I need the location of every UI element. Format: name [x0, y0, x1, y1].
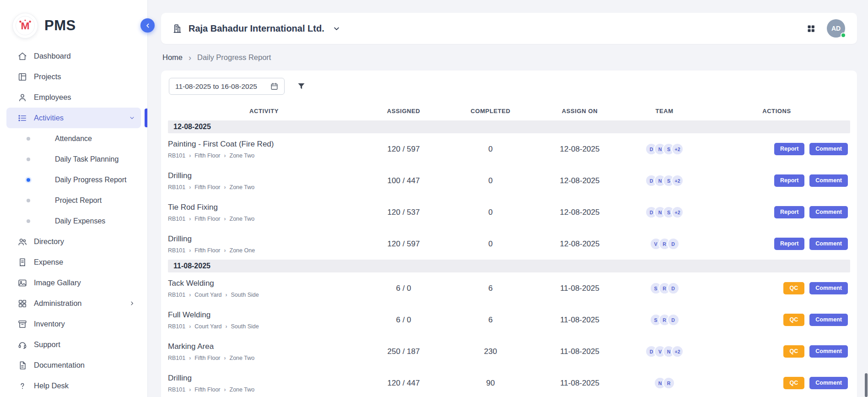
directory-icon [17, 237, 27, 247]
sidebar-item-administration[interactable]: Administration [6, 293, 141, 314]
expense-icon [17, 257, 27, 267]
breadcrumb-home[interactable]: Home [162, 53, 183, 62]
row-actions: QCComment [703, 377, 850, 389]
pms-logo-icon[interactable]: M [13, 13, 38, 38]
documentation-icon [17, 360, 27, 370]
projects-icon [17, 72, 27, 82]
sidebar-item-image-gallary[interactable]: Image Gallary [6, 272, 141, 293]
path-separator: › [189, 247, 191, 254]
chevron-left-icon [144, 22, 151, 29]
path-segment: Fifth Floor [194, 386, 220, 393]
comment-button[interactable]: Comment [809, 282, 848, 294]
apps-grid-icon[interactable] [806, 24, 816, 33]
sidebar-item-inventory[interactable]: Inventory [6, 314, 141, 334]
activity-location-path: RB101›Fifth Floor›Zone One [168, 247, 360, 254]
assigned-value: 100 / 447 [360, 176, 447, 185]
assign-on-date: 11-08-2025 [534, 347, 625, 356]
sidebar-subitem-daily-task-planning[interactable]: Daily Task Planning [0, 149, 147, 169]
sidebar-item-activities[interactable]: Activities [6, 108, 141, 128]
comment-button[interactable]: Comment [809, 206, 848, 218]
user-avatar[interactable]: AD [827, 19, 845, 38]
sidebar-collapse-button[interactable] [140, 18, 155, 33]
comment-button[interactable]: Comment [809, 345, 848, 358]
sidebar-item-help-desk[interactable]: Help Desk [6, 375, 141, 396]
team-avatars: DNS+2 [625, 174, 703, 187]
report-button[interactable]: Report [774, 238, 804, 250]
sidebar-subitem-project-report[interactable]: Project Report [0, 190, 147, 211]
date-group-header: 11-08-2025 [168, 260, 850, 272]
sidebar-subitem-attendance[interactable]: Attendance [0, 128, 147, 149]
gallery-icon [17, 278, 27, 288]
table-header-row: ACTIVITYASSIGNEDCOMPLETEDASSIGN ONTEAMAC… [168, 101, 850, 120]
sidebar-subitem-daily-expenses[interactable]: Daily Expenses [0, 211, 147, 231]
completed-value: 230 [447, 347, 534, 356]
team-more-badge: +2 [671, 206, 684, 218]
report-button[interactable]: Report [774, 143, 804, 155]
report-button[interactable]: Report [774, 206, 804, 218]
team-member-avatar: D [667, 314, 679, 326]
helpdesk-icon [17, 381, 27, 391]
filter-icon[interactable] [297, 82, 306, 91]
qc-button[interactable]: QC [783, 377, 805, 389]
assigned-value: 250 / 187 [360, 347, 447, 356]
group-date-label: 12-08-2025 [173, 123, 211, 131]
table-row: Tie Rod Fixing RB101›Fifth Floor›Zone Tw… [168, 196, 850, 228]
assigned-value: 120 / 597 [360, 145, 447, 154]
avatar-initials: AD [831, 25, 841, 32]
table-row: Marking Area RB101›Fifth Floor›Zone Two … [168, 336, 850, 367]
bullet-dot-icon [27, 199, 30, 202]
activity-name: Full Welding [168, 310, 360, 320]
comment-button[interactable]: Comment [809, 238, 848, 250]
building-icon [172, 23, 183, 34]
assigned-value: 6 / 0 [360, 315, 447, 325]
path-separator: › [224, 355, 226, 361]
activity-location-path: RB101›Fifth Floor›Zone Two [168, 152, 360, 159]
row-actions: QCComment [703, 282, 850, 294]
content-card: 11-08-2025 to 16-08-2025 ACTIVITYASSIGNE… [161, 71, 857, 397]
table-row: Full Welding RB101›Court Yard›South Side… [168, 304, 850, 336]
path-segment: RB101 [168, 292, 185, 298]
chevron-right-icon [129, 300, 135, 307]
path-separator: › [224, 247, 226, 254]
comment-button[interactable]: Comment [809, 143, 848, 155]
column-header-actions: ACTIONS [703, 108, 850, 114]
row-actions: ReportComment [703, 174, 850, 187]
date-group-header: 12-08-2025 [168, 120, 850, 133]
path-separator: › [224, 386, 226, 393]
calendar-icon [270, 82, 279, 91]
comment-button[interactable]: Comment [809, 174, 848, 187]
comment-button[interactable]: Comment [809, 314, 848, 326]
bullet-dot-icon [27, 158, 30, 161]
scrollbar[interactable] [864, 0, 868, 397]
path-separator: › [224, 184, 226, 190]
completed-value: 0 [447, 208, 534, 217]
company-name: Raja Bahadur International Ltd. [189, 23, 324, 34]
activity-name: Drilling [168, 374, 360, 383]
assign-on-date: 12-08-2025 [534, 176, 625, 185]
company-selector[interactable]: Raja Bahadur International Ltd. [172, 23, 341, 34]
qc-button[interactable]: QC [783, 314, 805, 326]
path-segment: Zone Two [230, 152, 255, 159]
sidebar-item-support[interactable]: Support [6, 334, 141, 355]
qc-button[interactable]: QC [783, 345, 805, 358]
path-segment: RB101 [168, 355, 185, 361]
table-body: 12-08-2025 Painting - First Coat (Fire R… [168, 120, 850, 397]
sidebar-subitem-daily-progress-report[interactable]: Daily Progress Report [0, 169, 147, 190]
sidebar-item-documentation[interactable]: Documentation [6, 355, 141, 375]
sidebar-item-dashboard[interactable]: Dashboard [6, 46, 141, 66]
qc-button[interactable]: QC [783, 282, 805, 294]
scrollbar-thumb[interactable] [865, 373, 868, 397]
row-actions: ReportComment [703, 143, 850, 155]
path-separator: › [189, 184, 191, 190]
team-more-badge: +2 [671, 174, 684, 187]
active-accent-bar [145, 109, 147, 127]
chevron-right-icon: › [189, 54, 191, 62]
sidebar-item-expense[interactable]: Expense [6, 252, 141, 272]
sidebar-item-employees[interactable]: Employees [6, 87, 141, 108]
sidebar-item-directory[interactable]: Directory [6, 231, 141, 252]
date-range-input[interactable]: 11-08-2025 to 16-08-2025 [169, 78, 285, 95]
report-button[interactable]: Report [774, 174, 804, 187]
comment-button[interactable]: Comment [809, 377, 848, 389]
path-segment: Fifth Floor [194, 355, 220, 361]
sidebar-item-projects[interactable]: Projects [6, 66, 141, 87]
